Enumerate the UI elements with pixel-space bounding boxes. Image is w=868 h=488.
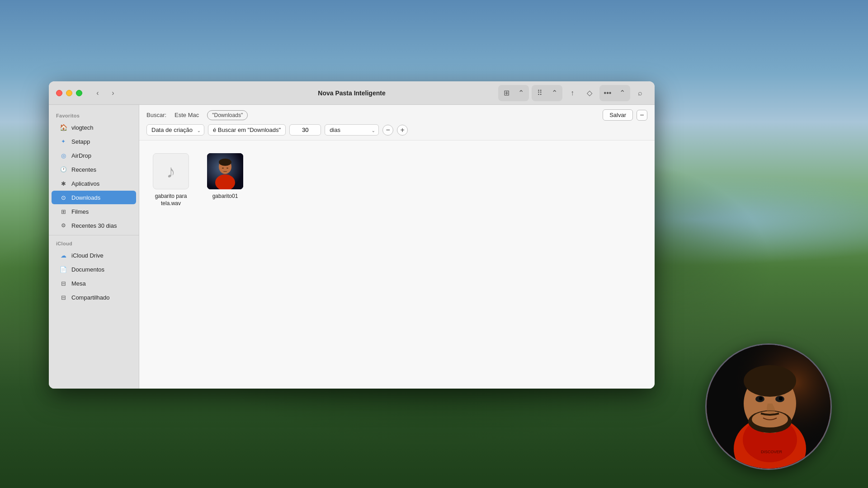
scope-este-mac-button[interactable]: Este Mac: [170, 110, 203, 120]
dropdown-icon: ⌃: [619, 89, 625, 97]
sidebar-item-documentos[interactable]: 📄 Documentos: [52, 263, 136, 276]
unit-select[interactable]: dias: [325, 124, 379, 136]
sidebar-label-airdrop: AirDrop: [71, 152, 91, 159]
music-note-icon: ♪: [166, 161, 175, 182]
chevron-up-icon: ⌃: [518, 89, 524, 97]
sidebar-item-icloud-drive[interactable]: ☁ iCloud Drive: [52, 249, 136, 262]
recentes30-icon: ⚙: [59, 221, 68, 230]
avatar-face: DISCOVER: [707, 345, 830, 469]
share-icon: ↑: [571, 89, 574, 97]
video-thumbnail-svg: [207, 153, 243, 189]
filter-remove-button[interactable]: −: [382, 125, 393, 136]
icloud-label: iCloud: [49, 238, 139, 248]
sidebar-label-mesa: Mesa: [71, 280, 86, 287]
more-options-button[interactable]: ⌃: [615, 86, 629, 100]
audio-file-icon: ♪: [153, 153, 189, 189]
save-button[interactable]: Salvar: [603, 109, 633, 121]
home-icon: 🏠: [59, 123, 68, 132]
more-actions-group: ••• ⌃: [599, 85, 630, 101]
window-title: Nova Pasta Inteligente: [318, 89, 385, 97]
sidebar-label-recentes30: Recentes 30 dias: [71, 222, 117, 229]
icloud-drive-icon: ☁: [59, 251, 68, 260]
filter-row: Data de criação é Buscar em "Downloads" …: [146, 124, 647, 136]
date-field-wrapper: Data de criação: [146, 124, 204, 136]
filter-value-input[interactable]: [289, 124, 321, 136]
svg-point-19: [759, 397, 763, 400]
sidebar-item-airdrop[interactable]: ◎ AirDrop: [52, 149, 136, 162]
svg-text:DISCOVER: DISCOVER: [761, 450, 783, 454]
sidebar-item-recentes30[interactable]: ⚙ Recentes 30 dias: [52, 219, 136, 232]
grid-view-button[interactable]: ⊞: [499, 86, 514, 100]
view-toggle-group: ⊞ ⌃: [498, 85, 529, 101]
filter-condition-tag: é Buscar em "Downloads": [208, 124, 286, 136]
file-grid: ♪ gabarito para tela.wav: [139, 141, 655, 389]
search-button[interactable]: ⌕: [633, 86, 647, 100]
recentes-icon: 🕐: [59, 165, 68, 174]
view-options-button[interactable]: ⌃: [514, 86, 528, 100]
minimize-button[interactable]: [66, 90, 72, 96]
sidebar-label-icloud-drive: iCloud Drive: [71, 252, 104, 259]
presenter-avatar: DISCOVER: [705, 343, 832, 470]
svg-point-20: [779, 397, 783, 400]
sidebar-item-compartilhado[interactable]: ⊟ Compartilhado: [52, 291, 136, 304]
content-area: Buscar: Este Mac "Downloads" Salvar − Da…: [139, 105, 655, 389]
svg-rect-6: [226, 168, 228, 169]
favorites-label: Favoritos: [49, 110, 139, 120]
sidebar-label-recentes: Recentes: [71, 166, 96, 173]
filter-add-button[interactable]: +: [397, 125, 408, 136]
svg-point-4: [219, 159, 231, 166]
sidebar: Favoritos 🏠 vlogtech ✦ Setapp ◎ AirDrop …: [49, 105, 139, 389]
search-scope-row: Buscar: Este Mac "Downloads" Salvar −: [146, 109, 647, 121]
traffic-lights: [56, 90, 82, 96]
downloads-icon: ⊙: [59, 193, 68, 202]
column-view-icon: ⠿: [537, 89, 542, 97]
sidebar-label-aplicativos: Aplicativos: [71, 180, 99, 187]
unit-select-wrapper: dias: [325, 124, 379, 136]
close-filter-button[interactable]: −: [637, 110, 647, 121]
sidebar-label-vlogtech: vlogtech: [71, 124, 93, 131]
svg-rect-5: [222, 168, 224, 169]
scope-downloads-button[interactable]: "Downloads": [207, 110, 248, 120]
column-view-button[interactable]: ⠿: [533, 86, 547, 100]
navigation-buttons: ‹ ›: [91, 87, 119, 99]
sidebar-label-compartilhado: Compartilhado: [71, 294, 110, 301]
sidebar-label-downloads: Downloads: [71, 194, 100, 201]
toolbar-actions: ⊞ ⌃ ⠿ ⌃ ↑ ◇ •••: [498, 85, 647, 101]
compartilhado-icon: ⊟: [59, 293, 68, 302]
share-button[interactable]: ↑: [565, 86, 580, 100]
tag-button[interactable]: ◇: [582, 86, 597, 100]
maximize-button[interactable]: [76, 90, 82, 96]
sidebar-label-filmes: Filmes: [71, 208, 89, 215]
more-button[interactable]: •••: [600, 86, 615, 100]
documentos-icon: 📄: [59, 265, 68, 274]
column-options-button[interactable]: ⌃: [547, 86, 561, 100]
video-file-icon: [207, 153, 243, 189]
back-button[interactable]: ‹: [91, 87, 104, 99]
smart-folder-bar: Buscar: Este Mac "Downloads" Salvar − Da…: [139, 105, 655, 141]
close-button[interactable]: [56, 90, 62, 96]
forward-icon: ›: [112, 89, 114, 97]
sidebar-item-vlogtech[interactable]: 🏠 vlogtech: [52, 121, 136, 134]
titlebar: ‹ › Nova Pasta Inteligente ⊞ ⌃ ⠿: [49, 81, 655, 105]
sidebar-item-setapp[interactable]: ✦ Setapp: [52, 135, 136, 148]
search-label: Buscar:: [146, 112, 166, 118]
svg-rect-7: [223, 171, 227, 172]
list-item[interactable]: ♪ gabarito para tela.wav: [148, 150, 193, 211]
svg-point-14: [744, 365, 796, 397]
sidebar-item-recentes[interactable]: 🕐 Recentes: [52, 163, 136, 176]
sidebar-item-downloads[interactable]: ⊙ Downloads: [52, 191, 136, 204]
sidebar-item-mesa[interactable]: ⊟ Mesa: [52, 277, 136, 290]
sidebar-label-documentos: Documentos: [71, 266, 104, 273]
airdrop-icon: ◎: [59, 151, 68, 160]
avatar-svg: DISCOVER: [707, 345, 830, 469]
sidebar-item-aplicativos[interactable]: ✱ Aplicativos: [52, 177, 136, 190]
sidebar-item-filmes[interactable]: ⊞ Filmes: [52, 205, 136, 218]
date-field-select[interactable]: Data de criação: [146, 124, 204, 136]
filter-tag-text: é Buscar em "Downloads": [213, 127, 281, 133]
forward-button[interactable]: ›: [107, 87, 119, 99]
finder-body: Favoritos 🏠 vlogtech ✦ Setapp ◎ AirDrop …: [49, 105, 655, 389]
ellipsis-icon: •••: [604, 89, 612, 97]
tag-icon: ◇: [587, 89, 592, 97]
list-item[interactable]: gabarito01: [203, 150, 248, 211]
grid-view-icon: ⊞: [504, 89, 509, 97]
